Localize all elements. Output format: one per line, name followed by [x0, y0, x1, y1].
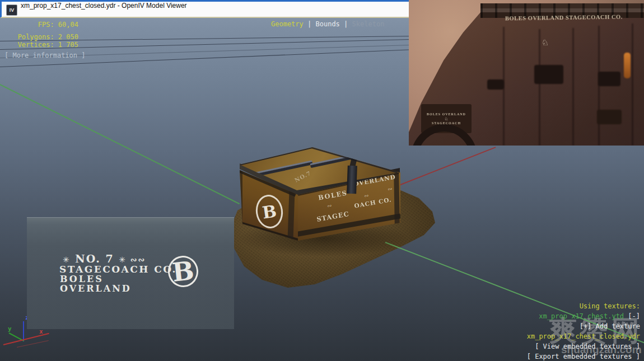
- wagon-panel-seam: [572, 28, 574, 146]
- remove-texture-button[interactable]: [-]: [628, 312, 640, 320]
- logo-decor-right: ✳ ∾∾: [119, 255, 146, 264]
- stagecoach-banner-text: BOLES OVERLAND STAGECOACH CO.: [484, 13, 644, 27]
- window-title: xm_prop_x17_chest_closed.ydr - OpenIV Mo…: [21, 2, 187, 10]
- crate-monogram: B: [254, 193, 285, 230]
- lid-metal-strap: [310, 150, 375, 168]
- logo-line-no7: ✳ NO. 7 ✳ ∾∾: [63, 252, 146, 265]
- logo-line-stagecoach: STAGECOACH CO.: [59, 264, 177, 275]
- gizmo-x-axis-shadow: [17, 340, 49, 348]
- logo-no7-text: NO. 7: [75, 252, 114, 265]
- add-texture-button[interactable]: [+] Add texture: [527, 321, 640, 331]
- textures-panel: Using textures: xm_prop_x17_chest.ytd [-…: [527, 301, 640, 361]
- sign-plate-horse-icon: ♘: [445, 116, 448, 121]
- view-embedded-textures-button[interactable]: [ View embedded textures ]: [527, 341, 640, 351]
- y-axis-line: [0, 84, 240, 204]
- crate-text-oachco: OACH CO.: [353, 196, 392, 209]
- wagon-window: [598, 72, 620, 86]
- crate-text-stagec: STAGEC: [316, 210, 349, 223]
- more-information-link[interactable]: [ More information ]: [4, 51, 86, 59]
- chest-corner-trim: [394, 172, 400, 225]
- horse-emblem: ♘: [542, 36, 548, 48]
- wagon-window: [487, 79, 504, 90]
- crate-flourish: ∾: [363, 192, 369, 199]
- chest-corner-trim: [288, 191, 295, 240]
- texture-preview-stagecoach: ♘ BOLES OVERLAND ♘ STAGECOACH BOLES OVER…: [409, 0, 644, 146]
- tab-separator: |: [344, 20, 348, 28]
- crate-monogram-letter: B: [261, 201, 278, 222]
- wagon-panel-seam: [632, 24, 633, 146]
- wagon-lamp: [624, 53, 631, 78]
- tab-separator: |: [307, 20, 311, 28]
- texture-file-link[interactable]: xm_prop_x17_chest.ytd: [539, 312, 624, 320]
- crate-flourish: ∾: [326, 202, 332, 209]
- logo-monogram: B: [166, 254, 200, 288]
- vertices-readout: Vertices: 1 705: [0, 41, 78, 49]
- tab-bounds[interactable]: Bounds: [316, 20, 340, 28]
- wagon-window: [534, 65, 563, 84]
- stats-block: FPS: 60,04 Polygons: 2 050 Vertices: 1 7…: [0, 21, 78, 49]
- gizmo-y-label: y: [8, 325, 12, 332]
- export-embedded-textures-button[interactable]: [ Export embedded textures ]: [527, 351, 640, 361]
- x-axis-line: [398, 147, 496, 186]
- using-textures-heading: Using textures:: [527, 301, 640, 311]
- model-file-name: xm_prop_x17_chest_closed.ydr: [527, 331, 640, 341]
- wagon-panel-seam: [539, 29, 540, 146]
- logo-monogram-letter: B: [171, 255, 195, 288]
- crate-text-boles: BOLES: [318, 189, 348, 202]
- texture-preview-logo: ✳ NO. 7 ✳ ∾∾ STAGECOACH CO. BOLES OVERLA…: [27, 217, 234, 329]
- tab-skeleton: Skeleton: [352, 20, 385, 28]
- logo-line-overland: OVERLAND: [60, 283, 132, 294]
- openiv-app-icon[interactable]: IV: [6, 4, 17, 16]
- fps-readout: FPS: 60,04: [0, 21, 78, 29]
- window-title-bar[interactable]: IV xm_prop_x17_chest_closed.ydr - OpenIV…: [0, 0, 409, 18]
- model-viewer-viewport[interactable]: NO.7 B OVERLAND BOLES STAGEC OACH CO. ∾ …: [0, 0, 644, 361]
- tab-geometry[interactable]: Geometry: [271, 20, 304, 28]
- lid-stencil-text: NO.7: [293, 170, 312, 184]
- crate-flourish: ∾: [387, 185, 393, 192]
- view-tabs: Geometry | Bounds | Skeleton: [271, 20, 384, 28]
- polygons-readout: Polygons: 2 050: [0, 33, 78, 41]
- chest-latch: [347, 166, 357, 194]
- logo-decor-left: ✳: [63, 255, 71, 264]
- wagon-window: [597, 110, 622, 124]
